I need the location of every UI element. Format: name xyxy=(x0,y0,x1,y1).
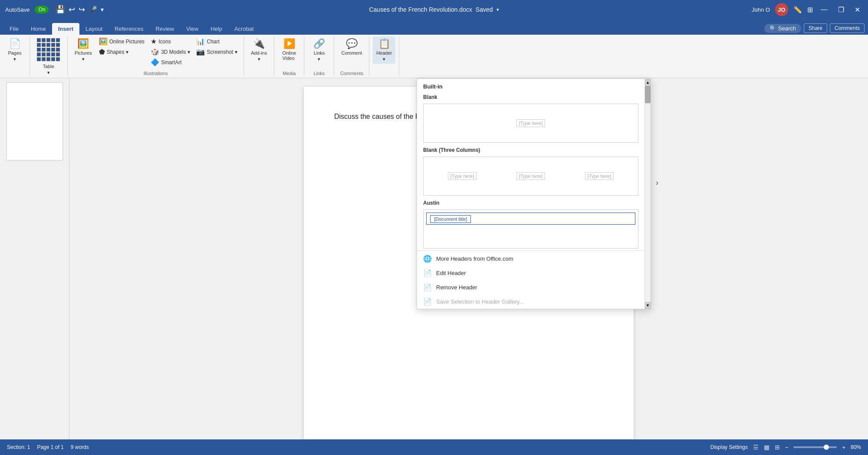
tab-references[interactable]: References xyxy=(108,23,149,35)
page-info: Page 1 of 1 xyxy=(37,444,63,450)
search-icon: 🔍 xyxy=(769,25,776,32)
close-button[interactable]: ✕ xyxy=(852,6,863,14)
illustrations-col: 🖼️ Online Pictures ⬟ Shapes ▾ xyxy=(96,36,147,57)
autosave-toggle[interactable]: On xyxy=(35,6,49,13)
view-normal-button[interactable]: ☰ xyxy=(753,444,759,451)
display-settings-button[interactable]: Display Settings xyxy=(710,444,748,450)
redo-button[interactable]: ↪ xyxy=(79,5,85,14)
pages-button[interactable]: 📄 Pages ▾ xyxy=(3,36,26,64)
pictures-icon: 🖼️ xyxy=(77,38,89,49)
view-focus-button[interactable]: ⊞ xyxy=(775,444,780,451)
ribbon-group-pages-items: 📄 Pages ▾ xyxy=(3,36,26,75)
austin-header-preview[interactable]: [Document title] xyxy=(423,209,638,249)
layout-icon[interactable]: ⊞ xyxy=(807,6,813,14)
ribbon-group-tables: Table ▾ Tables xyxy=(30,36,68,76)
shapes-button[interactable]: ⬟ Shapes ▾ xyxy=(96,47,147,57)
ribbon-group-links: 🔗 Links ▾ Links xyxy=(304,36,334,76)
online-pictures-label: Online Pictures xyxy=(109,39,145,45)
table-arrow: ▾ xyxy=(47,70,50,75)
type-here-4: [Type here] xyxy=(585,172,613,180)
tab-acrobat[interactable]: Acrobat xyxy=(228,23,260,35)
tab-insert[interactable]: Insert xyxy=(52,23,79,35)
zoom-slider[interactable] xyxy=(793,446,837,448)
more-headers-label: More Headers from Office.com xyxy=(436,255,513,262)
ribbon-search[interactable]: 🔍 Search xyxy=(764,24,801,33)
screenshot-button[interactable]: 📷 Screenshot ▾ xyxy=(194,47,240,57)
quick-access-more[interactable]: ▾ xyxy=(101,6,104,13)
share-button[interactable]: Share xyxy=(804,23,827,33)
chart-icon: 📊 xyxy=(196,37,205,46)
pages-label: Pages xyxy=(8,50,21,56)
pages-group-label xyxy=(3,75,26,76)
online-video-button[interactable]: ▶️ OnlineVideo xyxy=(278,36,300,62)
edit-icon[interactable]: ✏️ xyxy=(793,6,802,14)
edit-header-item[interactable]: 📄 Edit Header xyxy=(417,266,644,280)
3d-models-button[interactable]: 🎲 3D Models ▾ xyxy=(148,47,193,57)
scroll-down-button[interactable]: ▼ xyxy=(645,302,651,309)
title-dropdown-arrow[interactable]: ▾ xyxy=(496,7,499,13)
doc-title-preview: [Document title] xyxy=(430,215,471,223)
tab-review[interactable]: Review xyxy=(150,23,181,35)
pictures-label: Pictures xyxy=(75,50,92,56)
comment-button[interactable]: 💬 Comment xyxy=(338,36,365,57)
tab-home[interactable]: Home xyxy=(25,23,52,35)
view-layout-button[interactable]: ▦ xyxy=(764,444,769,451)
undo-button[interactable]: ↩ xyxy=(69,5,75,14)
links-arrow: ▾ xyxy=(318,56,320,62)
smartart-icon: 🔷 xyxy=(151,58,159,66)
sidebar-pages xyxy=(0,78,69,439)
scroll-up-button[interactable]: ▲ xyxy=(645,79,651,86)
dropdown-scrollbar[interactable]: ▲ ▼ xyxy=(644,79,651,309)
ribbon-group-comments-items: 💬 Comment xyxy=(338,36,365,70)
restore-button[interactable]: ❐ xyxy=(835,6,847,14)
icons-label: Icons xyxy=(158,39,171,45)
panel-right-arrow[interactable]: › xyxy=(656,178,658,187)
smartart-button[interactable]: 🔷 SmartArt xyxy=(148,57,193,67)
save-state: Saved xyxy=(476,6,493,13)
table-label: Table xyxy=(43,64,54,69)
illustrations-col3: 📊 Chart 📷 Screenshot ▾ xyxy=(194,36,240,57)
addins-arrow: ▾ xyxy=(258,56,260,62)
remove-header-icon: 📄 xyxy=(423,283,432,291)
tab-layout[interactable]: Layout xyxy=(79,23,108,35)
chart-label: Chart xyxy=(207,39,219,45)
pages-arrow: ▾ xyxy=(13,56,16,62)
page-thumbnail[interactable] xyxy=(7,82,63,160)
title-bar-center: Causes of the French Revolution.docx Sav… xyxy=(369,6,499,13)
icons-button[interactable]: ★ Icons xyxy=(148,36,193,46)
minimize-button[interactable]: — xyxy=(818,6,830,13)
pictures-button[interactable]: 🖼️ Pictures ▾ xyxy=(71,36,95,64)
more-headers-item[interactable]: 🌐 More Headers from Office.com xyxy=(417,252,644,266)
remove-header-label: Remove Header xyxy=(436,284,477,291)
tab-view[interactable]: View xyxy=(180,23,204,35)
zoom-minus-button[interactable]: − xyxy=(785,444,789,451)
remove-header-item[interactable]: 📄 Remove Header xyxy=(417,280,644,295)
zoom-plus-button[interactable]: + xyxy=(842,444,845,451)
header-arrow: ▾ xyxy=(383,56,385,62)
blank-header-preview[interactable]: [Type here] xyxy=(423,104,638,143)
shapes-arrow: ▾ xyxy=(126,49,128,55)
header-button[interactable]: 📋 Header ▾ xyxy=(373,36,395,64)
blank3col-header-preview[interactable]: [Type here] [Type here] [Type here] xyxy=(423,157,638,196)
addins-group-label xyxy=(247,75,270,76)
save-icon[interactable]: 💾 xyxy=(56,5,65,14)
section-info: Section: 1 xyxy=(7,444,30,450)
voice-button[interactable]: 🎤 xyxy=(89,6,97,14)
ribbon-group-header: 📋 Header ▾ xyxy=(369,36,399,76)
links-button[interactable]: 🔗 Links ▾ xyxy=(308,36,330,64)
shapes-label: Shapes xyxy=(107,49,125,55)
comments-group-label: Comments xyxy=(338,70,365,76)
addins-button[interactable]: 🔌 Add-ins ▾ xyxy=(247,36,270,64)
zoom-percent[interactable]: 80% xyxy=(851,444,861,450)
tab-help[interactable]: Help xyxy=(204,23,228,35)
chart-button[interactable]: 📊 Chart xyxy=(194,36,240,46)
ribbon-tabs: File Home Insert Layout References Revie… xyxy=(0,19,868,35)
online-pictures-button[interactable]: 🖼️ Online Pictures xyxy=(96,36,147,46)
user-avatar[interactable]: JO xyxy=(775,3,788,16)
blank3col-option-label: Blank (Three Columns) xyxy=(417,144,644,155)
table-button[interactable]: Table ▾ xyxy=(33,36,64,77)
comments-button[interactable]: Comments xyxy=(830,23,865,33)
icons-icon: ★ xyxy=(151,37,157,46)
tab-file[interactable]: File xyxy=(3,23,25,35)
scroll-track[interactable] xyxy=(645,86,651,302)
